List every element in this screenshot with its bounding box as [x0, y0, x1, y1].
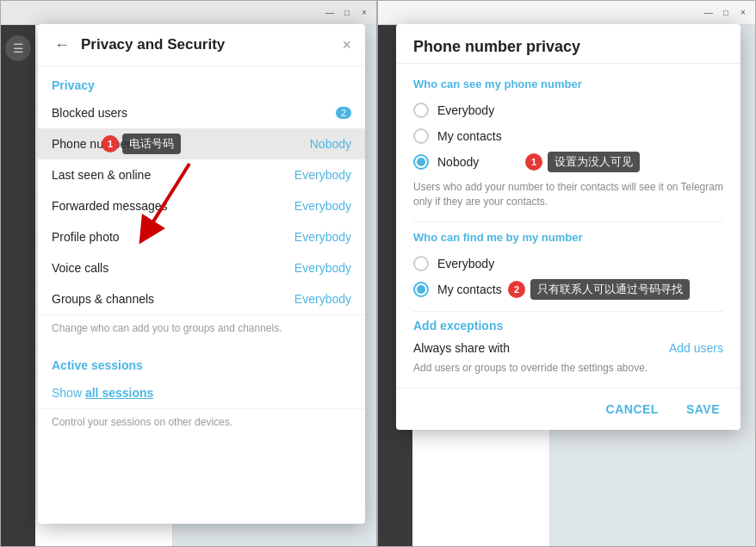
- everybody-radio-see[interactable]: [413, 103, 429, 118]
- blocked-users-badge: 2: [336, 107, 351, 119]
- close-btn[interactable]: ×: [357, 6, 371, 20]
- forwarded-messages-value: Everybody: [294, 199, 351, 213]
- phone-privacy-dialog: Phone number privacy Who can see my phon…: [396, 24, 741, 430]
- groups-channels-value: Everybody: [294, 292, 351, 306]
- menu-icon[interactable]: ☰: [5, 35, 31, 61]
- voice-calls-value: Everybody: [294, 261, 351, 275]
- nobody-option-see[interactable]: Nobody 1 设置为没人可见: [413, 149, 723, 175]
- privacy-section-label: Privacy: [38, 66, 365, 97]
- blocked-users-label: Blocked users: [52, 106, 127, 120]
- everybody-radio-find[interactable]: [413, 256, 429, 271]
- cancel-button[interactable]: CANCEL: [599, 399, 666, 420]
- privacy-security-dialog: ← Privacy and Security × Privacy Blocked…: [38, 24, 365, 524]
- minimize-btn-right[interactable]: —: [702, 5, 716, 19]
- add-exceptions-title: Add exceptions: [413, 319, 723, 333]
- maximize-btn[interactable]: □: [340, 6, 354, 20]
- pp-header: Phone number privacy: [396, 24, 741, 64]
- blocked-users-row[interactable]: Blocked users 2: [38, 97, 365, 128]
- everybody-label-see: Everybody: [437, 103, 494, 117]
- privacy-footer-note: Change who can add you to groups and cha…: [38, 314, 365, 346]
- last-seen-value: Everybody: [294, 168, 351, 182]
- who-can-see-note: Users who add your number to their conta…: [413, 175, 723, 218]
- voice-calls-label: Voice calls: [52, 261, 108, 275]
- groups-channels-row[interactable]: Groups & channels Everybody: [38, 283, 365, 314]
- annotation-badge-nobody: 1: [525, 153, 542, 171]
- active-sessions-label: Active sessions: [38, 346, 365, 377]
- save-button[interactable]: SAVE: [679, 399, 727, 420]
- phone-number-row[interactable]: Phone number Nobody 1 电话号码: [38, 128, 365, 159]
- pp-title: Phone number privacy: [413, 38, 723, 56]
- annotation-bubble-phone: 电话号码: [122, 134, 181, 154]
- dialog-header: ← Privacy and Security ×: [38, 24, 365, 66]
- last-seen-label: Last seen & online: [52, 168, 151, 182]
- nobody-label-see: Nobody: [437, 155, 479, 169]
- my-contacts-label-find: My contacts: [437, 283, 502, 296]
- right-titlebar: — □ ×: [378, 1, 755, 25]
- my-contacts-option-find[interactable]: My contacts 2 只有联系人可以通过号码寻找: [413, 277, 723, 302]
- divider: [413, 221, 723, 222]
- sessions-footer-note: Control your sessions on other devices.: [38, 408, 365, 440]
- forwarded-messages-label: Forwarded messages: [52, 199, 168, 213]
- my-contacts-label-see: My contacts: [437, 129, 502, 143]
- everybody-option-find[interactable]: Everybody: [413, 251, 723, 277]
- divider2: [413, 311, 723, 312]
- maximize-btn-right[interactable]: □: [719, 5, 733, 19]
- phone-number-value: Nobody: [310, 137, 351, 151]
- annotation-badge-find: 2: [508, 281, 525, 298]
- my-contacts-option-see[interactable]: My contacts: [413, 123, 723, 149]
- nobody-radio-see[interactable]: [413, 154, 429, 170]
- main-titlebar: — □ ×: [1, 1, 376, 25]
- annotation-bubble-find: 只有联系人可以通过号码寻找: [530, 279, 690, 300]
- sidebar: ☰: [1, 25, 35, 546]
- close-btn-right[interactable]: ×: [736, 5, 750, 19]
- last-seen-row[interactable]: Last seen & online Everybody: [38, 159, 365, 190]
- groups-channels-label: Groups & channels: [52, 292, 154, 306]
- annotation-badge-1: 1: [102, 135, 119, 152]
- dialog-body: Privacy Blocked users 2 Phone number Nob…: [38, 66, 365, 524]
- back-button[interactable]: ←: [52, 34, 72, 55]
- profile-photo-label: Profile photo: [52, 230, 120, 244]
- who-can-find-title: Who can find me by my number: [413, 231, 723, 244]
- show-all-sessions-row[interactable]: Show all sessions: [38, 377, 365, 408]
- add-users-btn[interactable]: Add users: [669, 341, 723, 355]
- close-button[interactable]: ×: [342, 36, 351, 54]
- always-share-label: Always share with: [413, 341, 510, 355]
- show-all-sessions-link[interactable]: Show all sessions: [52, 386, 153, 400]
- voice-calls-row[interactable]: Voice calls Everybody: [38, 252, 365, 283]
- always-share-row: Always share with Add users: [413, 338, 723, 358]
- everybody-option-see[interactable]: Everybody: [413, 97, 723, 123]
- share-note: Add users or groups to override the sett…: [413, 358, 723, 377]
- pp-body: Who can see my phone number Everybody My…: [396, 64, 741, 388]
- minimize-btn[interactable]: —: [323, 6, 337, 20]
- my-contacts-radio-find[interactable]: [413, 282, 429, 297]
- forwarded-messages-row[interactable]: Forwarded messages Everybody: [38, 190, 365, 221]
- everybody-label-find: Everybody: [437, 257, 494, 270]
- profile-photo-row[interactable]: Profile photo Everybody: [38, 221, 365, 252]
- my-contacts-radio-see[interactable]: [413, 128, 429, 144]
- dialog-title: Privacy and Security: [81, 36, 333, 53]
- annotation-bubble-nobody: 设置为没人可见: [548, 152, 640, 172]
- phone-number-label: Phone number: [52, 137, 131, 151]
- pp-footer: CANCEL SAVE: [396, 388, 741, 430]
- profile-photo-value: Everybody: [294, 230, 351, 244]
- who-can-see-title: Who can see my phone number: [413, 78, 723, 90]
